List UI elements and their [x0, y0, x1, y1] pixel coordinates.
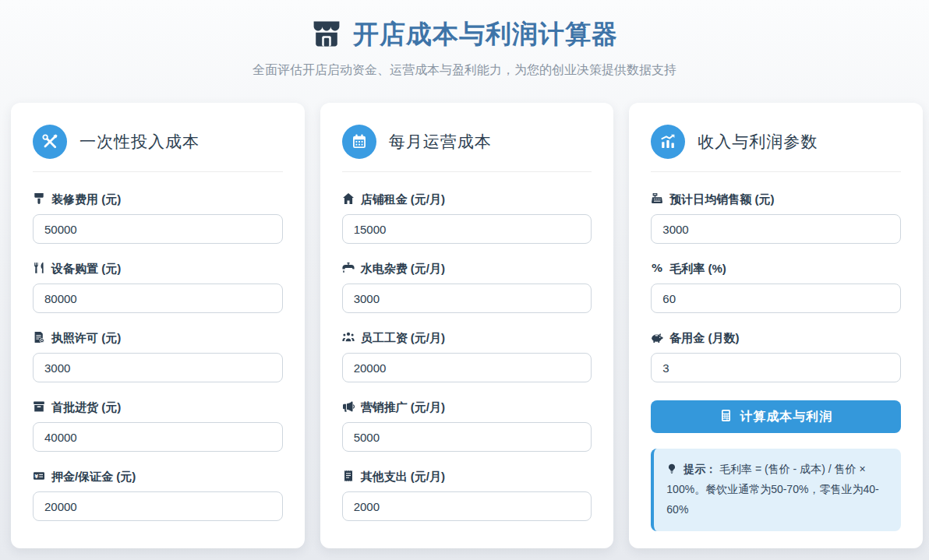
box-icon: [33, 400, 45, 415]
marketing-cost-input[interactable]: [342, 422, 592, 452]
page-header: 开店成本与利润计算器 全面评估开店启动资金、运营成本与盈利能力，为您的创业决策提…: [0, 0, 929, 79]
reserve-months-field: 备用金 (月数): [651, 331, 901, 382]
deposit-cost-field: ¥ 押金/保证金 (元): [33, 470, 283, 521]
card-monthly-header: 每月运营成本: [342, 125, 592, 172]
card-monthly-title: 每月运营成本: [389, 131, 492, 153]
money-check-icon: ¥: [33, 470, 45, 484]
receipt-icon: [342, 470, 355, 484]
reserve-months-input[interactable]: [651, 353, 901, 382]
card-income-params: 收入与利润参数 预计日均销售额 (元): [629, 103, 923, 548]
initial-stock-cost-input[interactable]: [33, 422, 283, 452]
calculator-icon: [719, 409, 733, 425]
deposit-cost-label: 押金/保证金 (元): [51, 470, 136, 484]
license-cost-label: 执照许可 (元): [51, 331, 121, 346]
other-cost-label: 其他支出 (元/月): [361, 470, 445, 484]
other-cost-field: 其他支出 (元/月): [342, 470, 592, 521]
salary-cost-input[interactable]: [342, 353, 592, 382]
gross-margin-field: % 毛利率 (%): [651, 262, 901, 313]
gross-margin-input[interactable]: [651, 284, 901, 313]
house-icon: [342, 192, 355, 207]
card-one-time-title: 一次性投入成本: [79, 131, 200, 153]
decoration-cost-input[interactable]: [33, 214, 283, 244]
initial-stock-cost-field: 首批进货 (元): [33, 400, 283, 452]
card-income-title: 收入与利润参数: [698, 131, 818, 153]
rent-cost-input[interactable]: [342, 214, 592, 244]
equipment-cost-input[interactable]: [33, 284, 283, 313]
decoration-cost-field: 装修费用 (元): [33, 192, 283, 244]
screwdriver-wrench-icon: [33, 125, 67, 159]
equipment-cost-field: 设备购置 (元): [33, 262, 283, 313]
card-income-header: 收入与利润参数: [651, 125, 901, 172]
tip-box: 提示： 毛利率 = (售价 - 成本) / 售价 × 100%。餐饮业通常为50…: [651, 449, 901, 531]
utilities-cost-input[interactable]: [342, 284, 592, 313]
daily-sales-input[interactable]: [651, 214, 901, 244]
gross-margin-label: 毛利率 (%): [669, 262, 726, 276]
equipment-cost-label: 设备购置 (元): [51, 262, 121, 276]
other-cost-input[interactable]: [342, 491, 592, 521]
cash-register-icon: [651, 192, 663, 207]
store-icon: [311, 18, 342, 52]
license-icon: [33, 331, 45, 346]
salary-cost-field: 员工工资 (元/月): [342, 331, 592, 382]
license-cost-input[interactable]: [33, 353, 283, 382]
card-one-time-header: 一次性投入成本: [33, 125, 283, 172]
rent-cost-label: 店铺租金 (元/月): [361, 192, 445, 207]
calculator-cards: 一次性投入成本 装修费用 (元): [0, 79, 929, 560]
calculate-button-label: 计算成本与利润: [740, 409, 832, 425]
faucet-icon: [342, 262, 355, 276]
daily-sales-label: 预计日均销售额 (元): [669, 192, 774, 207]
piggy-bank-icon: [651, 331, 663, 346]
marketing-cost-field: 营销推广 (元/月): [342, 400, 592, 452]
users-icon: [342, 331, 355, 346]
deposit-cost-input[interactable]: [33, 491, 283, 521]
utilities-cost-field: 水电杂费 (元/月): [342, 262, 592, 313]
lightbulb-icon: [666, 463, 684, 475]
calculate-button[interactable]: 计算成本与利润: [651, 400, 901, 433]
initial-stock-cost-label: 首批进货 (元): [51, 400, 121, 415]
svg-text:¥: ¥: [34, 474, 38, 480]
salary-cost-label: 员工工资 (元/月): [361, 331, 445, 346]
page-subtitle: 全面评估开店启动资金、运营成本与盈利能力，为您的创业决策提供数据支持: [0, 62, 929, 79]
percent-icon: %: [651, 262, 663, 276]
reserve-months-label: 备用金 (月数): [669, 331, 739, 346]
page-title: 开店成本与利润计算器: [353, 17, 618, 52]
marketing-cost-label: 营销推广 (元/月): [361, 400, 445, 415]
paintbrush-icon: [33, 192, 45, 207]
bullhorn-icon: [342, 400, 355, 415]
svg-text:%: %: [652, 262, 662, 274]
chart-up-icon: [651, 125, 685, 159]
tip-label: 提示：: [684, 463, 716, 475]
card-monthly-costs: 每月运营成本 店铺租金 (元/月): [320, 103, 614, 548]
calendar-icon: [342, 125, 376, 159]
daily-sales-field: 预计日均销售额 (元): [651, 192, 901, 244]
utilities-cost-label: 水电杂费 (元/月): [361, 262, 445, 276]
license-cost-field: 执照许可 (元): [33, 331, 283, 382]
rent-cost-field: 店铺租金 (元/月): [342, 192, 592, 244]
decoration-cost-label: 装修费用 (元): [51, 192, 121, 207]
utensils-icon: [33, 262, 45, 276]
card-one-time-costs: 一次性投入成本 装修费用 (元): [11, 103, 305, 548]
